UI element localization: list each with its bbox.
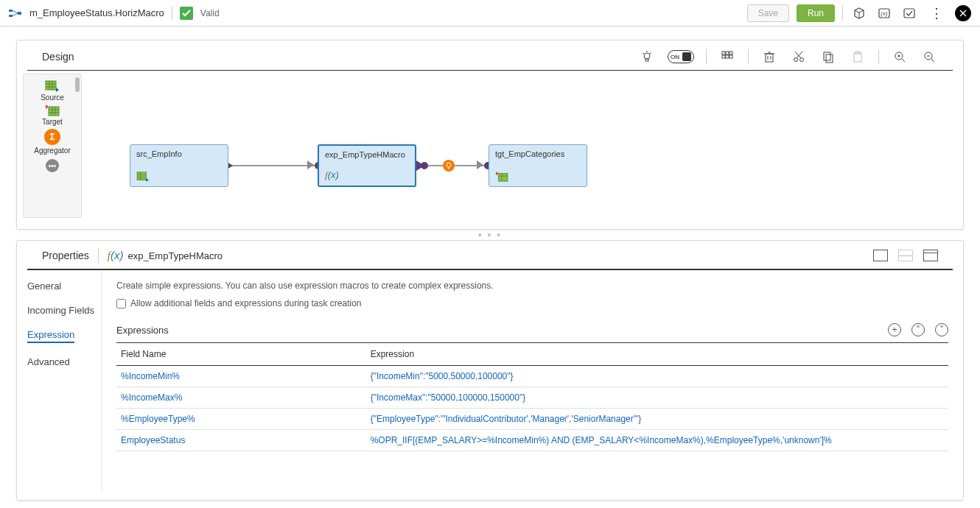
- properties-panel: Properties f(x) exp_EmpTypeHMacro Genera…: [16, 240, 964, 501]
- cell-field: %EmployeeType%: [116, 409, 366, 430]
- variable-icon[interactable]: (x): [875, 4, 893, 22]
- table-row[interactable]: EmployeeStatus%OPR_IIF[(EMP_SALARY>=%Inc…: [116, 430, 948, 451]
- zoom-out-icon[interactable]: [920, 48, 938, 66]
- tab-expression[interactable]: Expression: [27, 329, 74, 343]
- add-expression-icon[interactable]: +: [888, 323, 901, 336]
- svg-rect-34: [824, 52, 830, 60]
- tab-advanced[interactable]: Advanced: [27, 356, 101, 367]
- table-row[interactable]: %IncomeMax%{"IncomeMax":"50000,100000,15…: [116, 387, 948, 409]
- tab-general[interactable]: General: [27, 281, 101, 292]
- zoom-in-icon[interactable]: [891, 48, 909, 66]
- fx-icon: f(x): [325, 169, 339, 181]
- svg-line-6: [855, 10, 859, 13]
- tab-incoming-fields[interactable]: Incoming Fields: [27, 305, 101, 316]
- svg-rect-22: [722, 55, 725, 58]
- svg-line-4: [13, 13, 18, 16]
- svg-rect-11: [904, 9, 914, 18]
- svg-marker-50: [56, 88, 59, 92]
- svg-marker-63: [146, 178, 149, 182]
- divider: [172, 6, 172, 21]
- link-arrowhead-icon: [477, 160, 483, 169]
- save-button[interactable]: Save: [747, 4, 789, 22]
- palette-aggregator-label: Aggregator: [34, 147, 70, 155]
- cell-expr: {"IncomeMax":"50000,100000,150000"}: [366, 387, 948, 409]
- trash-icon[interactable]: [760, 48, 778, 66]
- move-down-icon[interactable]: ˅: [935, 323, 948, 336]
- table-row[interactable]: %IncomeMin%{"IncomeMin":"5000,50000,1000…: [116, 366, 948, 387]
- palette-more-icon[interactable]: •••: [46, 159, 59, 172]
- expressions-section-title: Expressions: [116, 325, 169, 336]
- layout-full-icon[interactable]: [923, 250, 938, 261]
- svg-rect-1: [9, 15, 13, 17]
- cut-icon[interactable]: [790, 48, 808, 66]
- warning-badge-icon[interactable]: [443, 160, 455, 172]
- cube-icon[interactable]: [850, 4, 868, 22]
- paste-icon[interactable]: [849, 48, 867, 66]
- svg-line-39: [902, 59, 905, 62]
- svg-rect-21: [729, 52, 732, 54]
- svg-rect-45: [46, 81, 56, 90]
- svg-line-3: [13, 10, 18, 13]
- allow-additional-input[interactable]: [116, 299, 126, 308]
- svg-rect-24: [729, 55, 732, 58]
- svg-point-14: [644, 53, 650, 59]
- grid-icon[interactable]: [718, 48, 736, 66]
- source-icon: [136, 172, 150, 182]
- link-endpoint-icon: [421, 162, 428, 169]
- toggle-on[interactable]: ON: [668, 50, 694, 63]
- layout-split-icon[interactable]: [898, 250, 913, 261]
- cell-expr: {"EmployeeType":"'IndividualContributor'…: [366, 409, 948, 430]
- panel-splitter[interactable]: • • •: [16, 230, 964, 240]
- node-expression-label: exp_EmpTypeHMacro: [325, 150, 409, 159]
- properties-tabs: General Incoming Fields Expression Advan…: [17, 270, 102, 491]
- palette-target[interactable]: Target: [42, 105, 63, 126]
- svg-rect-35: [826, 54, 833, 63]
- palette-target-label: Target: [42, 118, 63, 126]
- svg-line-7: [859, 10, 864, 13]
- svg-rect-23: [726, 55, 729, 58]
- svg-rect-19: [722, 52, 725, 54]
- node-expression[interactable]: exp_EmpTypeHMacro f(x): [318, 144, 416, 187]
- palette-source-label: Source: [41, 94, 64, 102]
- target-icon: [495, 172, 508, 182]
- close-button[interactable]: [955, 5, 971, 21]
- allow-additional-label: Allow additional fields and expressions …: [130, 298, 362, 308]
- svg-text:(x): (x): [881, 10, 888, 17]
- link: [229, 165, 318, 166]
- top-bar: m_EmployeeStatus.HorizMacro Valid Save R…: [0, 0, 980, 27]
- svg-rect-2: [18, 12, 21, 15]
- svg-rect-20: [726, 52, 729, 54]
- copy-icon[interactable]: [819, 48, 837, 66]
- palette-source[interactable]: Source: [41, 80, 64, 102]
- layout-single-icon[interactable]: [873, 250, 888, 261]
- svg-line-33: [795, 52, 801, 58]
- svg-point-31: [800, 58, 804, 62]
- lightbulb-icon[interactable]: [638, 48, 656, 66]
- svg-marker-64: [496, 172, 499, 175]
- allow-additional-checkbox[interactable]: Allow additional fields and expressions …: [116, 298, 948, 308]
- svg-rect-52: [49, 107, 59, 116]
- svg-line-16: [643, 53, 644, 54]
- node-source[interactable]: src_EmpInfo: [130, 144, 228, 187]
- svg-marker-51: [46, 105, 49, 109]
- svg-point-57: [447, 163, 451, 167]
- validate-icon[interactable]: [900, 4, 918, 22]
- svg-line-17: [650, 53, 651, 54]
- transformation-palette: Source Target Σ Aggregator •••: [23, 74, 82, 218]
- palette-aggregator[interactable]: Σ Aggregator: [34, 129, 70, 155]
- valid-label: Valid: [200, 8, 220, 18]
- design-canvas[interactable]: src_EmpInfo exp_EmpTypeHMacro f(x) tgt_E…: [82, 71, 963, 218]
- divider: [842, 6, 843, 21]
- cell-expr: %OPR_IIF[(EMP_SALARY>=%IncomeMin%) AND (…: [366, 430, 948, 451]
- kebab-menu[interactable]: ⋮: [925, 5, 948, 21]
- node-target[interactable]: tgt_EmpCategories: [489, 144, 587, 187]
- fx-icon: f(x): [108, 249, 124, 262]
- table-row[interactable]: %EmployeeType%{"EmployeeType":"'Individu…: [116, 409, 948, 430]
- svg-rect-25: [766, 54, 773, 62]
- move-up-icon[interactable]: ˄: [911, 323, 925, 336]
- cell-field: EmployeeStatus: [116, 430, 366, 451]
- expressions-table: Field Name Expression %IncomeMin%{"Incom…: [116, 342, 948, 451]
- palette-scrollbar[interactable]: [75, 77, 80, 92]
- run-button[interactable]: Run: [797, 4, 835, 22]
- col-field-name: Field Name: [116, 343, 366, 366]
